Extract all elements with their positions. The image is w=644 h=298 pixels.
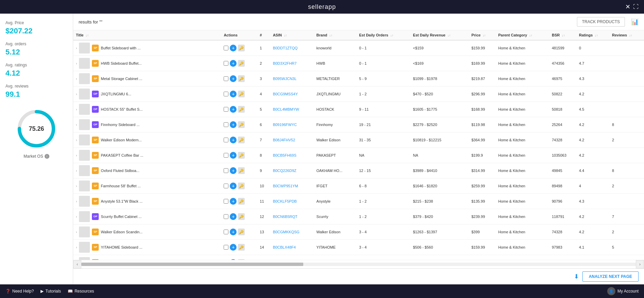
add-icon[interactable]: + [230,45,237,51]
asin-link[interactable]: B0CQ226D9Z [273,169,296,173]
expand-chevron[interactable]: › [76,230,77,234]
asin-link[interactable]: B08J4FHV52 [273,138,295,142]
col-est-daily-revenue[interactable]: Est Daily Revenue ↓↑ [410,30,469,40]
asin-link[interactable]: B0CGMKKQSG [273,230,300,234]
expand-chevron[interactable]: › [76,46,77,50]
asin-link[interactable]: B095WJCN3L [273,77,297,81]
expand-chevron[interactable]: › [76,62,77,65]
asin-link[interactable]: B0DDT1ZTQQ [273,46,298,50]
expand-icon[interactable]: ⛶ [633,4,639,10]
col-parent-category[interactable]: Parent Category ↓↑ [496,30,549,40]
add-icon[interactable]: + [230,106,237,113]
expand-chevron[interactable]: › [76,108,77,111]
need-help-item[interactable]: ❓ Need Help? [5,289,34,294]
track-products-button[interactable]: TRACK PRODUCTS [577,17,625,27]
col-asin[interactable]: ASIN ↓↑ [270,30,314,40]
add-icon[interactable]: + [230,91,237,97]
col-reviews[interactable]: Reviews ↓↑ [609,30,644,40]
row-checkbox[interactable] [224,184,228,188]
add-icon[interactable]: + [230,198,237,205]
add-icon[interactable]: + [230,244,237,251]
add-icon[interactable]: + [230,137,237,143]
add-icon[interactable]: + [230,152,237,159]
scrollbar-thumb[interactable] [81,263,303,266]
price-cell: $119.98 [469,117,496,132]
info-icon[interactable]: i [45,154,49,159]
key-icon[interactable]: 🔑 [238,229,245,235]
table-wrapper[interactable]: Title ↓↑ Actions # ASIN ↓↑ Brand ↓↑ Est … [73,30,644,260]
key-icon[interactable]: 🔑 [238,213,245,220]
resources-item[interactable]: 📖 Resources [68,289,94,294]
product-thumbnail [79,104,90,115]
key-icon[interactable]: 🔑 [238,244,245,251]
analyze-next-button[interactable]: ANALYZE NEXT PAGE [582,271,639,282]
expand-chevron[interactable]: › [76,92,77,96]
add-icon[interactable]: + [230,60,237,67]
key-icon[interactable]: 🔑 [238,121,245,128]
row-checkbox[interactable] [224,199,228,204]
row-checkbox[interactable] [224,138,228,142]
key-icon[interactable]: 🔑 [238,60,245,67]
asin-link[interactable]: B0CKLF5PDB [273,199,297,203]
col-est-daily-orders[interactable]: Est Daily Orders ↓↑ [356,30,410,40]
add-icon[interactable]: + [230,121,237,128]
key-icon[interactable]: 🔑 [238,137,245,143]
expand-chevron[interactable]: › [76,77,77,81]
asin-link[interactable]: B0CG9MSS4Y [273,92,298,96]
row-checkbox[interactable] [224,230,228,234]
product-title: JXQTLINGMU 6... [101,92,131,96]
product-badge: SP [92,60,99,67]
download-icon[interactable]: ⬇ [574,273,579,280]
add-icon[interactable]: + [230,213,237,220]
key-icon[interactable]: 🔑 [238,198,245,205]
scroll-left-arrow[interactable]: ‹ [73,260,81,268]
asin-link[interactable]: B09196FWYC [273,123,297,127]
expand-chevron[interactable]: › [76,123,77,127]
add-icon[interactable]: + [230,229,237,235]
row-checkbox[interactable] [224,122,228,127]
key-icon[interactable]: 🔑 [238,91,245,97]
asin-link[interactable]: B0CN6B5RQT [273,215,297,219]
expand-chevron[interactable]: › [76,215,77,219]
horizontal-scrollbar[interactable] [81,263,636,266]
add-icon[interactable]: + [230,183,237,189]
tutorials-item[interactable]: ▶ Tutorials [41,289,61,294]
est-orders-cell: 31 - 35 [356,132,410,148]
asin-link[interactable]: B0CL4MBMYW [273,107,299,111]
key-icon[interactable]: 🔑 [238,75,245,82]
expand-chevron[interactable]: › [76,246,77,249]
row-checkbox[interactable] [224,245,228,250]
key-icon[interactable]: 🔑 [238,183,245,189]
col-brand[interactable]: Brand ↓↑ [314,30,356,40]
key-icon[interactable]: 🔑 [238,106,245,113]
col-price[interactable]: Price ↓↑ [469,30,496,40]
expand-chevron[interactable]: › [76,200,77,203]
row-checkbox[interactable] [224,214,228,219]
asin-link[interactable]: B0CWP951YM [273,184,298,188]
asin-link[interactable]: B0D3X2FHR7 [273,61,297,65]
row-checkbox[interactable] [224,46,228,50]
add-icon[interactable]: + [230,167,237,174]
expand-chevron[interactable]: › [76,184,77,188]
close-icon[interactable]: ✕ [625,3,630,11]
row-checkbox[interactable] [224,76,228,81]
key-icon[interactable]: 🔑 [238,45,245,51]
row-checkbox[interactable] [224,168,228,173]
row-checkbox[interactable] [224,153,228,158]
asin-link[interactable]: B0CB5FH69S [273,153,296,157]
row-checkbox[interactable] [224,61,228,66]
scroll-right-arrow[interactable]: › [636,260,644,268]
col-ratings[interactable]: Ratings ↓↑ [576,30,609,40]
row-checkbox[interactable] [224,107,228,112]
add-icon[interactable]: + [230,75,237,82]
key-icon[interactable]: 🔑 [238,167,245,174]
row-checkbox[interactable] [224,92,228,96]
expand-chevron[interactable]: › [76,169,77,173]
my-account-item[interactable]: 👤 My Account [607,287,639,295]
expand-chevron[interactable]: › [76,154,77,157]
asin-link[interactable]: B0CBLX48F4 [273,245,296,249]
col-bsr[interactable]: BSR ↓↑ [549,30,576,40]
bar-chart-icon[interactable]: 📊 [631,18,639,26]
key-icon[interactable]: 🔑 [238,152,245,159]
expand-chevron[interactable]: › [76,138,77,142]
